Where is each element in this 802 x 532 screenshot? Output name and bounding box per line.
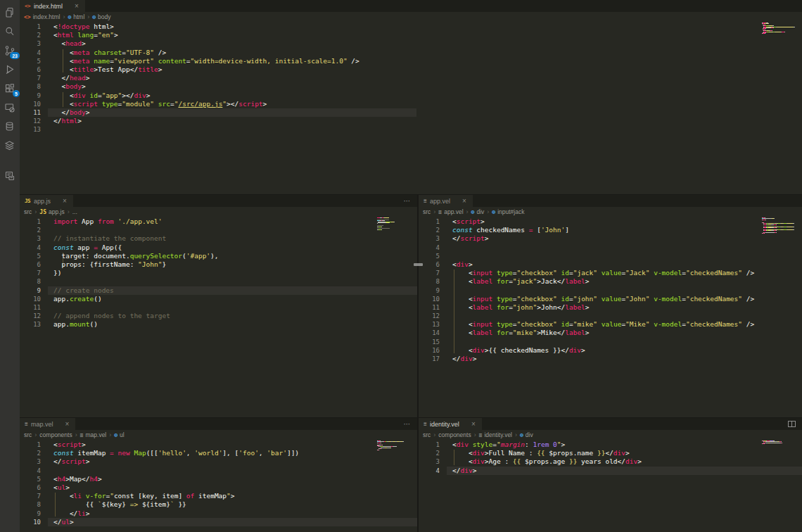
extensions-badge: 5 (13, 90, 20, 97)
breadcrumb-item[interactable]: ... (72, 208, 77, 215)
tab-label: map.vel (31, 421, 53, 428)
activity-layers[interactable] (0, 136, 20, 155)
code-editor[interactable]: 1<!doctype html>2<html lang="en">3 <head… (20, 22, 802, 194)
line-number: 17 (419, 355, 447, 363)
vel-icon: ≡ (438, 209, 442, 215)
line-number: 1 (20, 441, 48, 449)
breadcrumb[interactable]: <>index.html›⊕html›⊕body (20, 12, 802, 22)
breadcrumb[interactable]: src›JSapp.js›... (20, 207, 417, 217)
code-line: 14 <label for="mike">Mike</label> (419, 329, 802, 337)
more-actions-icon[interactable]: ⋯ (404, 420, 412, 428)
tab-label: app.vel (430, 198, 450, 205)
breadcrumb-separator: › (75, 431, 77, 438)
code-line: 17</div> (419, 355, 802, 363)
tab-label: identity.vel (430, 421, 459, 428)
line-number: 8 (20, 277, 48, 286)
code-editor[interactable]: 1<script>2const checkedNames = ['John']3… (419, 217, 802, 417)
line-number: 4 (419, 467, 447, 475)
line-number: 3 (20, 457, 48, 466)
code-editor[interactable]: 1import App from './app.vel'23// instant… (20, 217, 417, 417)
breadcrumb-item[interactable]: src (24, 431, 32, 438)
breadcrumb-item[interactable]: src (423, 431, 431, 438)
tab-index-html[interactable]: <> index.html × (20, 0, 85, 12)
activity-extensions[interactable]: 5 (0, 79, 20, 98)
breadcrumb[interactable]: src›components›≡identity.vel›⊕div (419, 430, 802, 440)
tab-bar: ≡ app.vel × (419, 195, 802, 207)
activity-run-debug[interactable] (0, 60, 20, 79)
breadcrumb-item[interactable]: div (526, 431, 533, 438)
line-number: 4 (20, 243, 48, 252)
activity-database[interactable] (0, 117, 20, 136)
breadcrumb-item[interactable]: input#jack (497, 208, 524, 215)
tab-close-icon[interactable]: × (63, 197, 67, 205)
activity-bar: 23 5 (0, 0, 20, 532)
tab-close-icon[interactable]: × (75, 2, 79, 10)
breadcrumb-item[interactable]: identity.vel (484, 431, 512, 438)
code-line: 7 <li v-for="const [key, item] of itemMa… (20, 492, 417, 500)
code-editor[interactable]: 1<script>2const itemMap = new Map([['hel… (20, 440, 417, 532)
code-line: 12// append nodes to the target (20, 312, 417, 320)
minimap[interactable] (762, 441, 801, 445)
line-number: 2 (20, 31, 48, 39)
minimap[interactable] (762, 217, 801, 234)
activity-source-control[interactable]: 23 (0, 41, 20, 60)
line-number: 4 (20, 49, 48, 57)
code-line: 2const itemMap = new Map([['hello', 'wor… (20, 449, 417, 457)
breadcrumb-item[interactable]: src (24, 208, 32, 215)
breadcrumb-item[interactable]: div (476, 208, 484, 215)
line-number: 11 (20, 303, 48, 312)
line-number: 1 (20, 23, 48, 31)
editor-group-map-vel: ≡ map.vel × ⋯ src›components›≡map.vel›⊕u… (20, 417, 417, 532)
tab-app-vel[interactable]: ≡ app.vel × (419, 195, 473, 207)
tab-label: index.html (34, 3, 63, 10)
breadcrumb-item[interactable]: map.vel (85, 431, 106, 438)
code-line: 3</script> (419, 234, 802, 243)
breadcrumb-item[interactable]: components (39, 431, 72, 438)
tab-app-js[interactable]: JS app.js × (20, 195, 73, 207)
code-line: 3 <head> (20, 39, 802, 48)
code-line: 1<script> (419, 217, 802, 226)
code-editor[interactable]: 1<div style="margin: 1rem 0">2 <div>Full… (419, 440, 802, 532)
editor-group-identity-vel: ≡ identity.vel × src›components›≡identit… (419, 417, 802, 532)
code-line: 6<div> (419, 260, 802, 269)
tab-close-icon[interactable]: × (462, 197, 466, 205)
breadcrumb-item[interactable]: index.html (33, 13, 61, 20)
tab-map-vel[interactable]: ≡ map.vel × (20, 418, 75, 430)
code-line: 1import App from './app.vel' (20, 217, 417, 226)
tab-close-icon[interactable]: × (65, 420, 70, 428)
vel-file-icon: ≡ (424, 198, 426, 204)
minimap[interactable] (377, 217, 416, 230)
activity-remote-explorer[interactable] (0, 98, 20, 117)
code-line: 8 <label for="jack">Jack</label> (419, 277, 802, 286)
breadcrumb-item[interactable]: body (98, 13, 110, 20)
breadcrumb-separator: › (433, 208, 435, 215)
code-line: 10</ul> (20, 518, 417, 526)
tab-identity-vel[interactable]: ≡ identity.vel × (419, 418, 482, 430)
more-actions-icon[interactable]: ⋯ (404, 197, 412, 205)
breadcrumb[interactable]: src›components›≡map.vel›⊕ul (20, 430, 417, 440)
code-line: 1<!doctype html> (20, 23, 802, 31)
breadcrumb-item[interactable]: html (73, 13, 84, 20)
code-line: 8 {{ `${key} => ${item}` }} (20, 500, 417, 509)
code-line: 8 (20, 277, 417, 286)
editor-actions (796, 195, 802, 207)
tab-close-icon[interactable]: × (471, 420, 476, 428)
symbol-icon: ⊕ (520, 432, 523, 438)
breadcrumb-item[interactable]: app.js (49, 208, 65, 215)
minimap[interactable] (762, 23, 801, 35)
minimap[interactable] (377, 441, 416, 450)
breadcrumb-item[interactable]: src (423, 208, 431, 215)
breadcrumb-separator: › (433, 431, 435, 438)
activity-search[interactable] (0, 22, 20, 41)
breadcrumb-item[interactable]: ul (120, 431, 125, 438)
sash-handle[interactable] (414, 263, 423, 266)
line-number: 15 (419, 338, 447, 346)
line-number: 12 (20, 117, 48, 125)
breadcrumb-item[interactable]: app.vel (444, 208, 463, 215)
activity-live-preview[interactable] (0, 166, 20, 185)
breadcrumb-item[interactable]: components (438, 431, 471, 438)
split-editor-icon[interactable] (788, 421, 796, 427)
code-line: 9// create nodes (20, 286, 417, 295)
activity-explorer[interactable] (0, 3, 20, 22)
breadcrumb[interactable]: src›≡app.vel›⊕div›⊕input#jack (419, 207, 802, 217)
